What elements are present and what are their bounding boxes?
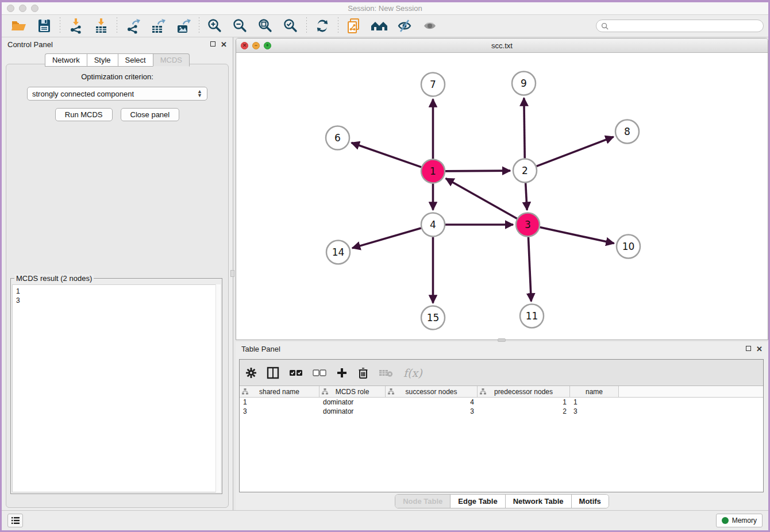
graph-edge-4-14[interactable] xyxy=(352,228,421,248)
tab-network[interactable]: Network xyxy=(45,53,87,67)
float-table-panel-icon[interactable] xyxy=(746,345,751,352)
graph-node-label: 10 xyxy=(622,241,635,252)
horizontal-splitter[interactable] xyxy=(236,340,768,342)
graph-node-7[interactable]: 7 xyxy=(421,73,445,97)
show-details-icon[interactable] xyxy=(419,17,440,35)
zoom-in-icon[interactable] xyxy=(205,17,225,35)
column-type-icon xyxy=(322,388,328,395)
mcds-result-list[interactable]: 1 3 xyxy=(12,284,221,492)
graph-edge-1-2[interactable] xyxy=(445,171,510,171)
export-image-icon[interactable] xyxy=(173,17,194,35)
save-session-icon[interactable] xyxy=(34,17,55,35)
add-column-icon[interactable] xyxy=(336,367,348,379)
list-icon xyxy=(11,516,20,525)
close-panel-icon[interactable]: ✕ xyxy=(221,41,227,48)
tab-node-table[interactable]: Node Table xyxy=(395,495,451,508)
toolbar-separator xyxy=(117,17,117,34)
graph-node-label: 7 xyxy=(430,79,436,90)
result-scrollbar[interactable] xyxy=(215,284,221,492)
graph-node-label: 15 xyxy=(427,312,440,323)
column-header-predecessor-nodes[interactable]: predecessor nodes xyxy=(478,386,570,397)
search-input[interactable] xyxy=(611,22,759,30)
graph-node-3[interactable]: 3 xyxy=(516,213,540,237)
function-builder-icon: f(x) xyxy=(403,367,422,379)
memory-button[interactable]: Memory xyxy=(716,514,763,527)
panel-splitter-handle[interactable] xyxy=(230,270,234,277)
selected-criterion: strongly connected component xyxy=(32,90,134,98)
table-row[interactable]: 1 dominator 4 1 1 xyxy=(240,398,763,407)
graph-node-2[interactable]: 2 xyxy=(513,159,537,183)
delete-column-icon[interactable] xyxy=(357,367,369,379)
tab-mcds[interactable]: MCDS xyxy=(153,53,190,67)
network-close-icon[interactable]: ✕ xyxy=(241,42,248,49)
graph-node-11[interactable]: 11 xyxy=(520,304,544,328)
tab-network-table[interactable]: Network Table xyxy=(506,495,572,508)
mcds-result-group: MCDS result (2 nodes) 1 3 xyxy=(10,278,222,494)
graph-edge-3-10[interactable] xyxy=(540,228,614,244)
node-table-frame: f(x) shared name MCDS role xyxy=(239,359,764,492)
network-window-titlebar[interactable]: ✕ − + scc.txt xyxy=(236,38,768,53)
graph-node-4[interactable]: 4 xyxy=(421,213,445,237)
graph-edge-2-9[interactable] xyxy=(524,98,525,158)
clone-network-icon[interactable] xyxy=(344,17,364,35)
graph-node-1[interactable]: 1 xyxy=(421,160,445,183)
table-row[interactable]: 3 dominator 3 2 3 xyxy=(240,407,763,416)
column-header-shared-name[interactable]: shared name xyxy=(240,386,319,397)
first-neighbors-icon[interactable] xyxy=(369,17,390,35)
tab-style[interactable]: Style xyxy=(87,53,118,67)
zoom-fit-icon[interactable] xyxy=(255,17,276,35)
network-graph[interactable]: 7968124314101511 xyxy=(236,53,768,340)
task-history-button[interactable] xyxy=(7,514,23,527)
column-type-icon xyxy=(242,388,248,395)
refresh-view-icon[interactable] xyxy=(312,17,333,35)
unselect-all-columns-icon[interactable] xyxy=(313,369,326,376)
float-panel-icon[interactable] xyxy=(210,41,215,48)
table-body: 1 dominator 4 1 1 3 dominator 3 2 3 xyxy=(240,398,763,492)
graph-node-label: 11 xyxy=(526,310,538,322)
network-minimize-icon[interactable]: − xyxy=(252,42,260,49)
graph-node-9[interactable]: 9 xyxy=(512,72,536,95)
graph-edge-3-1[interactable] xyxy=(446,179,517,219)
import-network-icon[interactable] xyxy=(66,17,86,35)
run-mcds-button[interactable]: Run MCDS xyxy=(55,108,113,121)
zoom-out-icon[interactable] xyxy=(230,17,251,35)
column-header-mcds-role[interactable]: MCDS role xyxy=(319,386,386,397)
close-table-panel-icon[interactable]: ✕ xyxy=(756,345,763,353)
tab-select[interactable]: Select xyxy=(118,53,153,67)
mcds-result-item[interactable]: 1 xyxy=(16,287,217,296)
graph-node-14[interactable]: 14 xyxy=(326,241,350,264)
graph-edge-2-3[interactable] xyxy=(526,183,528,210)
search-field[interactable] xyxy=(596,20,764,32)
table-header-row: shared name MCDS role successor nodes xyxy=(240,386,763,398)
graph-node-8[interactable]: 8 xyxy=(615,120,639,144)
export-table-icon[interactable] xyxy=(148,17,168,35)
table-settings-icon[interactable] xyxy=(245,367,257,379)
import-table-icon[interactable] xyxy=(91,17,111,35)
close-panel-button[interactable]: Close panel xyxy=(121,108,180,121)
graph-node-15[interactable]: 15 xyxy=(421,306,445,330)
graph-node-6[interactable]: 6 xyxy=(326,126,349,150)
toolbar-separator xyxy=(199,17,199,34)
toolbar-separator xyxy=(338,17,338,34)
graph-edge-1-6[interactable] xyxy=(352,142,422,167)
header-filler xyxy=(619,386,763,397)
tab-motifs[interactable]: Motifs xyxy=(572,495,609,508)
network-maximize-icon[interactable]: + xyxy=(264,42,271,49)
open-session-icon[interactable] xyxy=(9,17,29,35)
column-header-name[interactable]: name xyxy=(570,386,619,397)
main-toolbar xyxy=(2,14,768,37)
graph-edge-3-11[interactable] xyxy=(528,237,531,301)
hide-details-icon[interactable] xyxy=(394,17,415,35)
mcds-result-item[interactable]: 3 xyxy=(16,296,217,305)
graph-node-10[interactable]: 10 xyxy=(617,235,640,259)
graph-node-label: 9 xyxy=(521,78,527,89)
export-network-icon[interactable] xyxy=(122,17,143,35)
optimization-criterion-select[interactable]: strongly connected component ▲▼ xyxy=(27,87,207,101)
tab-edge-table[interactable]: Edge Table xyxy=(451,495,505,508)
graph-node-label: 1 xyxy=(430,165,436,177)
zoom-selected-icon[interactable] xyxy=(280,17,301,35)
column-layout-icon[interactable] xyxy=(267,367,279,379)
column-header-successor-nodes[interactable]: successor nodes xyxy=(386,386,478,397)
graph-edge-2-8[interactable] xyxy=(537,137,614,166)
select-all-columns-icon[interactable] xyxy=(289,369,303,376)
